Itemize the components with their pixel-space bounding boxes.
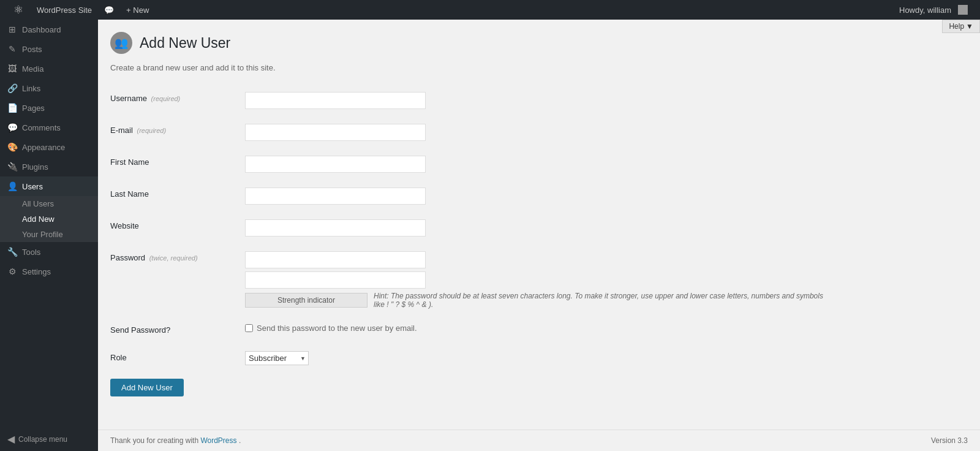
users-icon: 👤 — [7, 181, 17, 191]
users-submenu: All Users Add New Your Profile — [0, 196, 98, 242]
role-select-cell: Subscriber Contributor Author Editor Adm… — [245, 344, 968, 373]
page-title: Add New User — [140, 35, 230, 51]
tools-icon: 🔧 — [7, 247, 17, 257]
password-label: Password (twice, required) — [110, 253, 198, 262]
howdy-text: Howdy, william — [899, 6, 951, 15]
collapse-menu-button[interactable]: ◀ Collapse menu — [0, 427, 98, 451]
submenu-your-profile[interactable]: Your Profile — [0, 227, 98, 242]
role-select-wrapper: Subscriber Contributor Author Editor Adm… — [245, 351, 309, 365]
password-input-cell: Strength indicator Hint: The password sh… — [245, 244, 968, 316]
site-name-item[interactable]: WordPress Site — [31, 0, 98, 20]
user-avatar — [958, 5, 968, 15]
sidebar-item-label-media: Media — [22, 64, 43, 74]
submenu-all-users[interactable]: All Users — [0, 196, 98, 211]
admin-sidebar: ⊞ Dashboard ✎ Posts 🖼 Media 🔗 Links 📄 Pa… — [0, 20, 98, 451]
sidebar-item-label-appearance: Appearance — [22, 143, 65, 152]
sidebar-item-label-pages: Pages — [22, 104, 45, 113]
lastname-label: Last Name — [110, 189, 149, 199]
collapse-icon: ◀ — [7, 433, 15, 445]
role-row: Role Subscriber Contributor Author Edito… — [110, 344, 968, 373]
footer-wp-link[interactable]: WordPress — [200, 436, 236, 445]
lastname-input[interactable] — [245, 188, 426, 205]
sidebar-inner: ⊞ Dashboard ✎ Posts 🖼 Media 🔗 Links 📄 Pa… — [0, 20, 98, 451]
page-title-icon: 👥 — [110, 32, 132, 54]
username-label: Username (required) — [110, 94, 180, 103]
footer-version: Version 3.3 — [931, 436, 968, 445]
sidebar-item-comments[interactable]: 💬 Comments — [0, 118, 98, 137]
page-subtitle: Create a brand new user and add it to th… — [110, 63, 968, 72]
send-password-row: Send Password? Send this password to the… — [110, 316, 968, 344]
sidebar-item-media[interactable]: 🖼 Media — [0, 59, 98, 78]
email-required-note: (required) — [137, 127, 166, 134]
sidebar-item-appearance[interactable]: 🎨 Appearance — [0, 137, 98, 157]
dashboard-icon: ⊞ — [7, 25, 17, 34]
sidebar-item-settings[interactable]: ⚙ Settings — [0, 262, 98, 281]
sidebar-spacer — [0, 281, 98, 427]
posts-icon: ✎ — [7, 44, 17, 54]
sidebar-item-label-users: Users — [22, 182, 43, 191]
admin-bar-left: ⚛ WordPress Site 💬 + New — [6, 0, 155, 20]
sidebar-item-tools[interactable]: 🔧 Tools — [0, 242, 98, 262]
appearance-icon: 🎨 — [7, 142, 17, 152]
footer-thank-you: Thank you for creating with — [110, 436, 200, 445]
sidebar-item-label-posts: Posts — [22, 45, 42, 54]
email-input[interactable] — [245, 124, 426, 141]
website-input-cell — [245, 212, 968, 244]
firstname-input[interactable] — [245, 156, 426, 173]
submit-area: Add New User — [110, 373, 968, 396]
firstname-label-cell: First Name — [110, 148, 245, 180]
password-fields — [245, 251, 968, 289]
new-label: + New — [126, 6, 149, 15]
wp-logo-item[interactable]: ⚛ — [6, 0, 31, 20]
send-password-label: Send Password? — [110, 325, 170, 335]
sidebar-item-label-links: Links — [22, 84, 40, 93]
comment-icon: 💬 — [104, 6, 114, 15]
role-select[interactable]: Subscriber Contributor Author Editor Adm… — [245, 351, 309, 365]
media-icon: 🖼 — [7, 64, 17, 74]
sidebar-item-links[interactable]: 🔗 Links — [0, 78, 98, 98]
help-tab-button[interactable]: Help ▼ — [942, 20, 980, 33]
email-input-cell — [245, 116, 968, 148]
submenu-add-new[interactable]: Add New — [0, 211, 98, 227]
help-arrow-icon: ▼ — [966, 22, 973, 31]
sidebar-item-posts[interactable]: ✎ Posts — [0, 39, 98, 59]
firstname-label: First Name — [110, 157, 149, 167]
send-password-checkbox[interactable] — [245, 324, 253, 332]
password-label-cell: Password (twice, required) — [110, 244, 245, 316]
password-row: Password (twice, required) S — [110, 244, 968, 316]
howdy-item[interactable]: Howdy, william — [893, 0, 974, 20]
sidebar-item-pages[interactable]: 📄 Pages — [0, 98, 98, 118]
users-page-icon: 👥 — [115, 36, 128, 50]
add-user-form: Username (required) — [110, 85, 968, 396]
password-input-2[interactable] — [245, 271, 426, 289]
sidebar-item-users[interactable]: 👤 Users — [0, 176, 98, 196]
site-name-label: WordPress Site — [37, 6, 92, 15]
comment-icon-item[interactable]: 💬 — [98, 0, 120, 20]
username-input[interactable] — [245, 92, 426, 109]
strength-row: Strength indicator Hint: The password sh… — [245, 292, 968, 309]
footer-period: . — [239, 436, 241, 445]
collapse-menu-label: Collapse menu — [18, 435, 67, 444]
settings-icon: ⚙ — [7, 267, 17, 276]
plugins-icon: 🔌 — [7, 162, 17, 172]
page-title-area: 👥 Add New User — [110, 29, 968, 54]
website-input[interactable] — [245, 219, 426, 237]
strength-hint: Hint: The password should be at least se… — [374, 292, 833, 309]
sidebar-item-dashboard[interactable]: ⊞ Dashboard — [0, 20, 98, 39]
main-wrapper: ⊞ Dashboard ✎ Posts 🖼 Media 🔗 Links 📄 Pa… — [0, 20, 980, 451]
admin-bar-right: Howdy, william — [893, 0, 974, 20]
sidebar-item-label-tools: Tools — [22, 248, 40, 257]
sidebar-item-plugins[interactable]: 🔌 Plugins — [0, 157, 98, 176]
add-new-user-button[interactable]: Add New User — [110, 379, 184, 396]
firstname-input-cell — [245, 148, 968, 180]
lastname-row: Last Name — [110, 180, 968, 212]
footer-text: Thank you for creating with WordPress . — [110, 436, 241, 445]
password-input-1[interactable] — [245, 251, 426, 268]
password-required-note: (twice, required) — [149, 254, 198, 262]
username-required-note: (required) — [151, 95, 181, 102]
sidebar-item-label-dashboard: Dashboard — [22, 25, 61, 34]
links-icon: 🔗 — [7, 83, 17, 93]
username-label-cell: Username (required) — [110, 85, 245, 116]
new-item-button[interactable]: + New — [120, 0, 155, 20]
sidebar-item-label-settings: Settings — [22, 267, 51, 276]
